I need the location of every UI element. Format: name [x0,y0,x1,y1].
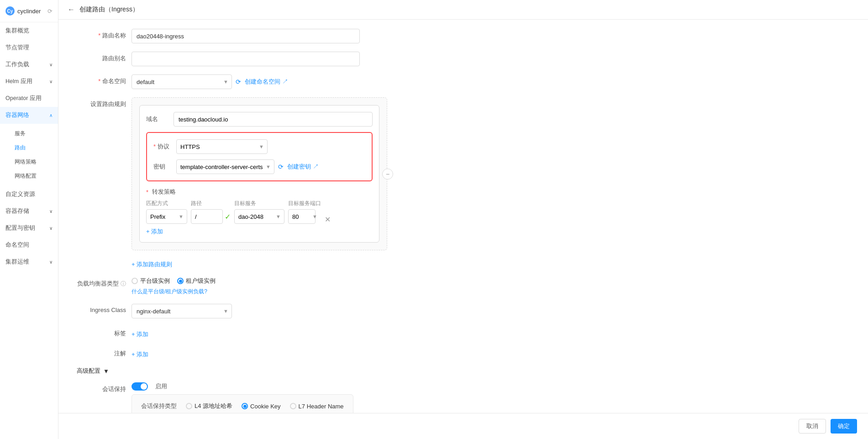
annotations-row: 注解 + 添加 [77,347,850,359]
app-name: cyclinder [17,8,41,15]
secret-refresh-icon[interactable]: ⟳ [278,163,284,170]
match-method-select-wrapper: Prefix Exact ▼ [146,209,187,224]
session-persist-toggle-thumb [141,383,147,390]
sidebar-item-cluster-ops[interactable]: 集群运维 ∨ [0,254,58,270]
target-service-select[interactable]: dao-2048 [234,209,284,224]
advanced-config-header[interactable]: 高级配置 ▼ [77,367,850,375]
add-route-rule-button[interactable]: + 添加路由规则 [132,260,172,269]
path-input[interactable] [191,209,223,224]
secret-row: 密钥 template-controller-server-certs ▼ [153,159,365,174]
sidebar-item-namespace[interactable]: 命名空间 [0,237,58,254]
secret-input-row: template-controller-server-certs ▼ ⟳ 创建密… [176,159,319,174]
domain-input[interactable] [174,112,373,127]
route-rule-container: 域名 协议 [132,97,387,250]
secret-select[interactable]: template-controller-server-certs [176,159,274,174]
target-port-col-label: 目标服务端口 [288,200,321,207]
footer: 取消 确定 [58,413,868,439]
session-type-row: 会话保持类型 L4 源地址哈希 Cookie Key L7 Header Nam… [141,402,344,410]
lb-tenant-option[interactable]: 租户级实例 [177,277,216,285]
sidebar-item-helm-apps[interactable]: Helm 应用 ∨ [0,73,58,90]
add-tag-button[interactable]: + 添加 [132,330,148,339]
main-panel: ← 创建路由（Ingress） 路由名称 路由别名 命名空间 [58,0,868,439]
create-secret-link[interactable]: 创建密钥 ↗ [287,163,319,171]
advanced-chevron-icon: ▼ [103,368,109,375]
session-type-label: 会话保持类型 [141,402,177,410]
remove-rule-button[interactable]: − [382,169,393,180]
delete-forward-rule-button[interactable]: ✕ [325,215,331,224]
add-annotation-button[interactable]: + 添加 [132,350,148,359]
namespace-refresh-icon[interactable]: ⟳ [236,78,241,85]
cancel-button[interactable]: 取消 [799,419,826,434]
match-method-col-label: 匹配方式 [146,200,187,207]
annotations-label: 注解 [77,347,132,358]
sidebar-item-node-management[interactable]: 节点管理 [0,39,58,56]
secret-select-wrapper: template-controller-server-certs ▼ [176,159,274,174]
sidebar-item-route[interactable]: 路由 [9,141,58,155]
required-star: * [146,189,148,196]
sidebar-item-custom-resources[interactable]: 自定义资源 [0,186,58,203]
rule-container-wrap: + 添加路由规则 [132,256,387,269]
sidebar-item-container-network[interactable]: 容器网络 ∧ [0,107,58,124]
namespace-row: 命名空间 default ▼ ⟳ 创建命名空间 ↗ [77,74,850,89]
sidebar-item-network-config[interactable]: 网络配置 [9,169,58,183]
config-chevron: ∨ [49,226,53,231]
annotations-content: + 添加 [132,347,148,359]
protocol-row: 协议 HTTPS HTTP ▼ [153,139,365,154]
session-cookie-option[interactable]: Cookie Key [242,403,280,410]
secret-label: 密钥 [153,163,176,171]
sidebar-item-operator-apps[interactable]: Operator 应用 [0,90,58,107]
ingress-class-select-wrapper: nginx-default ▼ [132,304,232,318]
back-button[interactable]: ← [68,5,75,14]
ingress-class-row: Ingress Class nginx-default ▼ [77,304,850,318]
sidebar-logo: Cy cyclinder ⟳ [0,0,58,22]
path-col: 路径 ✓ [191,200,231,224]
sidebar-item-service[interactable]: 服务 [9,127,58,141]
path-col-label: 路径 [191,200,231,207]
target-service-col-label: 目标服务 [234,200,284,207]
app-icon: Cy [5,6,15,16]
ingress-class-select[interactable]: nginx-default [132,304,232,318]
route-name-content [132,29,360,43]
sidebar-item-container-storage[interactable]: 容器存储 ∨ [0,203,58,220]
sidebar-item-config-secrets[interactable]: 配置与密钥 ∨ [0,220,58,237]
lb-platform-option[interactable]: 平台级实例 [132,277,170,285]
session-persist-toggle[interactable] [132,382,148,391]
route-alias-input[interactable] [132,52,360,66]
sidebar: Cy cyclinder ⟳ 集群概览 节点管理 工作负载 ∨ Helm 应用 … [0,0,58,439]
refresh-app-icon[interactable]: ⟳ [47,8,53,15]
match-method-col: 匹配方式 Prefix Exact ▼ [146,200,187,224]
target-port-col: 目标服务端口 80 ▼ [288,200,321,224]
tags-row: 标签 + 添加 [77,327,850,339]
sidebar-item-workload[interactable]: 工作负载 ∨ [0,56,58,73]
add-forward-rule-button[interactable]: + 添加 [146,227,163,236]
lb-tenant-radio[interactable] [177,278,184,284]
ops-chevron: ∨ [49,259,53,264]
confirm-button[interactable]: 确定 [831,419,857,434]
session-cookie-radio[interactable] [242,403,248,409]
lb-help-link[interactable]: 什么是平台级/租户级实例负载? [132,288,216,296]
route-name-label: 路由名称 [77,29,132,40]
set-route-rules-row: 设置路由规则 域名 [77,97,850,269]
protocol-select[interactable]: HTTPS HTTP [176,139,268,154]
target-port-select[interactable]: 80 [288,209,316,224]
lb-info-icon[interactable]: ⓘ [121,280,126,287]
forward-cols-row: 匹配方式 Prefix Exact ▼ [146,200,373,224]
target-service-col: 目标服务 dao-2048 ▼ [234,200,284,224]
route-name-input[interactable] [132,29,360,43]
namespace-select[interactable]: default [132,74,232,89]
session-l7-radio[interactable] [290,403,296,409]
session-l4-radio[interactable] [186,403,192,409]
path-input-wrap: ✓ [191,209,231,224]
sidebar-item-cluster-overview[interactable]: 集群概览 [0,22,58,39]
forward-section: * 转发策略 匹配方式 Prefix [146,188,373,236]
session-l4-option[interactable]: L4 源地址哈希 [186,402,232,410]
match-method-select[interactable]: Prefix Exact [146,209,187,224]
sidebar-item-network-policy[interactable]: 网络策略 [9,155,58,169]
domain-row: 域名 [146,112,373,127]
namespace-select-wrapper: default ▼ [132,74,232,89]
session-l7-option[interactable]: L7 Header Name [290,403,344,410]
lb-radio-group: 平台级实例 租户级实例 [132,277,216,285]
network-submenu: 服务 路由 网络策略 网络配置 [0,124,58,186]
lb-platform-radio[interactable] [132,278,138,284]
create-namespace-link[interactable]: 创建命名空间 ↗ [245,78,288,86]
